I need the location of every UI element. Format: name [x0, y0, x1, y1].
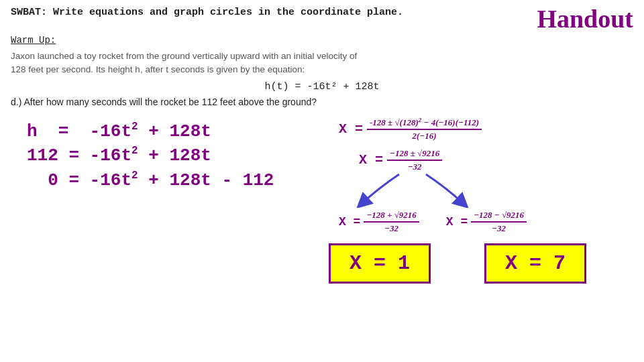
- header: SWBAT: Write equations and graph circles…: [0, 0, 644, 34]
- quadratic-formula-step1: X = -128 ± √(128)2 − 4(−16)(−112) 2(−16): [339, 117, 637, 141]
- frac-plus-den: −32: [382, 223, 401, 234]
- frac-step2-num: −128 ± √9216: [387, 148, 442, 161]
- split-fractions: X = −128 + √9216 −32 X = −128 − √9216 −3…: [339, 210, 637, 234]
- x-eq-label-2: X =: [359, 152, 383, 168]
- right-column: X = -128 ± √(128)2 − 4(−16)(−112) 2(−16)…: [325, 114, 637, 234]
- frac-group-plus: X = −128 + √9216 −32: [339, 210, 419, 234]
- swbat-text: SWBAT: Write equations and graph circles…: [11, 7, 403, 18]
- x-label-3a: X =: [339, 215, 360, 229]
- handout-label: Handout: [537, 4, 633, 34]
- arrow-area: [339, 171, 637, 204]
- answer-boxes: X = 1 X = 7: [315, 241, 637, 284]
- frac-plus: −128 + √9216 −32: [364, 210, 419, 234]
- height-equation: h(t) = -16t² + 128t: [0, 81, 644, 93]
- x-eq-label-1: X =: [339, 121, 363, 137]
- question-text: d.) After how many seconds will the rock…: [0, 95, 644, 111]
- quadratic-formula-step2: X = −128 ± √9216 −32: [359, 148, 442, 172]
- frac-minus-den: −32: [489, 223, 508, 234]
- answer-left-spacer: [7, 241, 315, 284]
- frac-minus-num: −128 − √9216: [471, 210, 527, 223]
- answer-box-1: X = 1: [329, 243, 431, 284]
- left-column: h = -16t2 + 128t 112 = -16t2 + 128t 0 = …: [7, 114, 325, 234]
- frac-step1: -128 ± √(128)2 − 4(−16)(−112) 2(−16): [367, 117, 482, 141]
- frac-step2: −128 ± √9216 −32: [387, 148, 442, 172]
- frac-group-minus: X = −128 − √9216 −32: [446, 210, 527, 234]
- math-line-3: 0 = -16t2 + 128t - 112: [27, 170, 325, 190]
- math-line-1: h = -16t2 + 128t: [27, 121, 325, 141]
- x-label-3b: X =: [446, 215, 468, 229]
- answer-row: X = 1 X = 7: [0, 241, 644, 284]
- answer-box-2: X = 7: [484, 243, 586, 284]
- frac-step1-den: 2(−16): [409, 130, 439, 141]
- frac-minus: −128 − √9216 −32: [471, 210, 527, 234]
- math-line-2: 112 = -16t2 + 128t: [27, 145, 325, 166]
- frac-plus-num: −128 + √9216: [364, 210, 419, 223]
- intro-text: Jaxon launched a toy rocket from the gro…: [0, 46, 644, 77]
- main-content: h = -16t2 + 128t 112 = -16t2 + 128t 0 = …: [0, 114, 644, 234]
- warm-up-label: Warm Up:: [0, 34, 644, 46]
- frac-step1-num: -128 ± √(128)2 − 4(−16)(−112): [367, 117, 482, 130]
- arrow-svg: [339, 171, 540, 208]
